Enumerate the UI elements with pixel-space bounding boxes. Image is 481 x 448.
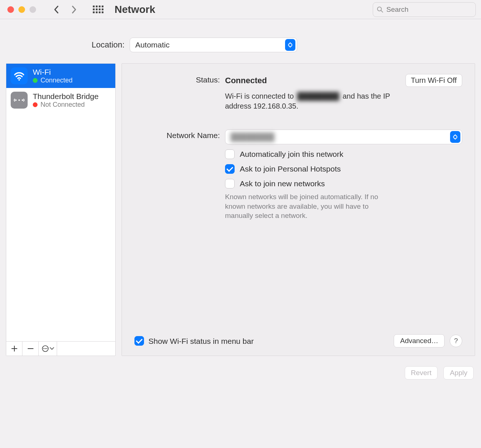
- auto-join-checkbox-row: Automatically join this network: [225, 149, 462, 159]
- svg-point-9: [46, 348, 47, 349]
- service-name: Thunderbolt Bridge: [33, 92, 99, 101]
- sidebar-item-thunderbolt-bridge[interactable]: Thunderbolt Bridge Not Connected: [6, 88, 115, 112]
- bottom-button-bar: Revert Apply: [0, 356, 481, 380]
- svg-point-3: [15, 99, 17, 101]
- show-menubar-checkbox[interactable]: [134, 336, 144, 346]
- detail-pane: Status: Connected Turn Wi-Fi Off Wi-Fi i…: [122, 63, 475, 356]
- chevron-left-icon: [53, 5, 59, 14]
- service-sidebar: Wi-Fi Connected Thunderbolt Bridge Not C…: [6, 63, 116, 356]
- svg-point-0: [378, 7, 382, 11]
- add-service-button[interactable]: [6, 342, 22, 356]
- location-select[interactable]: Automatic: [130, 38, 297, 52]
- select-stepper-icon: [450, 131, 460, 143]
- status-dot-icon: [33, 78, 38, 83]
- sidebar-item-text: Thunderbolt Bridge Not Connected: [33, 92, 99, 109]
- status-row: Status: Connected Turn Wi-Fi Off Wi-Fi i…: [134, 74, 462, 111]
- status-value: Connected: [225, 76, 267, 85]
- svg-point-7: [43, 348, 44, 349]
- remove-service-button[interactable]: [22, 342, 39, 356]
- ask-new-help-text: Known networks will be joined automatica…: [225, 192, 391, 221]
- location-row: Location: Automatic: [0, 38, 481, 52]
- close-window-button[interactable]: [7, 6, 14, 13]
- select-stepper-icon: [285, 39, 295, 51]
- turn-wifi-off-button[interactable]: Turn Wi-Fi Off: [405, 74, 462, 87]
- ask-hotspot-checkbox[interactable]: [225, 164, 235, 174]
- forward-button: [69, 4, 80, 15]
- detail-footer: Show Wi-Fi status in menu bar Advanced… …: [134, 334, 462, 348]
- zoom-window-button[interactable]: [29, 6, 36, 13]
- location-value: Automatic: [135, 40, 169, 49]
- wifi-icon: [11, 67, 28, 84]
- apply-button: Apply: [443, 366, 474, 380]
- ask-new-checkbox[interactable]: [225, 179, 235, 188]
- ask-hotspot-label: Ask to join Personal Hotspots: [240, 164, 341, 173]
- status-text: Connected: [41, 77, 73, 84]
- status-text: Not Connected: [41, 101, 85, 109]
- gear-circle-icon: [42, 345, 49, 352]
- network-name-select[interactable]: ████████: [225, 130, 462, 144]
- redacted-network-name: ████████: [231, 133, 274, 141]
- window-toolbar: Network: [0, 0, 481, 19]
- sidebar-footer: [6, 341, 115, 356]
- service-status: Connected: [33, 77, 73, 84]
- minus-icon: [27, 345, 34, 352]
- svg-point-8: [45, 348, 46, 349]
- show-all-prefs-button[interactable]: [93, 6, 103, 13]
- svg-point-2: [18, 79, 20, 81]
- search-input[interactable]: [386, 6, 472, 14]
- thunderbolt-bridge-icon: [11, 92, 28, 109]
- ask-new-checkbox-row: Ask to join new networks: [225, 179, 462, 188]
- auto-join-label: Automatically join this network: [240, 149, 343, 159]
- chevron-down-icon: [50, 347, 54, 350]
- chevron-right-icon: [71, 5, 77, 14]
- main-area: Wi-Fi Connected Thunderbolt Bridge Not C…: [0, 63, 481, 356]
- status-label: Status:: [134, 74, 220, 111]
- ask-hotspot-checkbox-row: Ask to join Personal Hotspots: [225, 164, 462, 174]
- revert-button: Revert: [405, 366, 438, 380]
- search-icon: [377, 6, 383, 13]
- network-name-label: Network Name:: [134, 130, 220, 221]
- sidebar-item-wifi[interactable]: Wi-Fi Connected: [6, 64, 115, 88]
- network-name-row: Network Name: ████████ Automatically joi…: [134, 130, 462, 221]
- advanced-button[interactable]: Advanced…: [394, 334, 445, 348]
- redacted-ssid: ████████: [296, 92, 340, 100]
- status-dot-icon: [33, 102, 38, 107]
- ask-new-label: Ask to join new networks: [240, 179, 325, 188]
- location-label: Location:: [92, 40, 124, 50]
- help-button[interactable]: ?: [450, 335, 462, 347]
- back-button[interactable]: [51, 4, 62, 15]
- status-desc-pre: Wi-Fi is connected to: [225, 92, 296, 100]
- plus-icon: [11, 345, 18, 352]
- search-field[interactable]: [373, 2, 476, 17]
- service-actions-menu[interactable]: [39, 342, 57, 356]
- traffic-lights: [7, 6, 36, 13]
- window-title: Network: [115, 4, 155, 15]
- service-status: Not Connected: [33, 101, 99, 109]
- show-menubar-label: Show Wi-Fi status in menu bar: [148, 336, 254, 346]
- service-name: Wi-Fi: [33, 68, 73, 77]
- minimize-window-button[interactable]: [18, 6, 25, 13]
- nav-arrows: [51, 4, 80, 15]
- sidebar-item-text: Wi-Fi Connected: [33, 68, 73, 84]
- svg-line-1: [381, 10, 383, 12]
- svg-point-5: [22, 99, 23, 101]
- status-description: Wi-Fi is connected to ████████ and has t…: [225, 91, 402, 111]
- auto-join-checkbox[interactable]: [225, 149, 235, 159]
- svg-point-4: [18, 99, 20, 101]
